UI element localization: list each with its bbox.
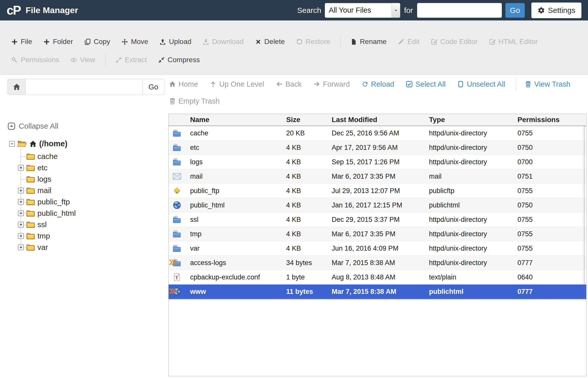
collapse-all-button[interactable]: Collapse All <box>8 122 168 130</box>
expand-toggle-icon[interactable]: + <box>18 210 24 216</box>
file-row-mail[interactable]: mail4 KBMar 6, 2017 3:35 PMmail0751 <box>169 169 586 184</box>
nav-back[interactable]: Back <box>276 80 302 88</box>
toolbar-button-folder[interactable]: Folder <box>43 38 73 46</box>
tree-item-var[interactable]: +var <box>8 242 168 253</box>
expand-toggle-icon[interactable]: + <box>18 244 24 250</box>
file-icon-cell <box>169 129 190 137</box>
expand-toggle-icon[interactable]: + <box>18 165 24 171</box>
tree-item-public-ftp[interactable]: +public_ftp <box>8 196 168 207</box>
toolbar-button-extract: Extract <box>115 56 147 64</box>
folder-blue-icon <box>173 244 181 252</box>
upload-icon <box>159 38 166 45</box>
mail-icon <box>173 172 181 180</box>
search-input[interactable] <box>417 3 502 18</box>
file-row-www[interactable]: www11 bytesMar 7, 2015 8:38 AMpublichtml… <box>169 285 586 299</box>
toolbar-button-move[interactable]: Move <box>121 38 148 46</box>
nav-home[interactable]: Home <box>169 80 198 88</box>
toolbar-button-file[interactable]: File <box>11 38 32 46</box>
file-name: mail <box>190 173 286 180</box>
reload-icon <box>361 81 369 88</box>
column-header-size[interactable]: Size <box>286 116 332 124</box>
expand-toggle-icon[interactable]: + <box>18 187 24 193</box>
toolbar: FileFolderCopyMoveUploadDownloadDeleteRe… <box>0 20 588 75</box>
file-row-ssl[interactable]: ssl4 KBDec 29, 2015 3:37 PMhttpd/unix-di… <box>169 212 586 227</box>
tree-item-ssl[interactable]: +ssl <box>8 219 168 230</box>
caret-down-icon <box>392 3 400 18</box>
file-row-public-html[interactable]: public_html4 KBJan 16, 2017 12:15 PMpubl… <box>169 198 586 212</box>
file-row-tmp[interactable]: tmp4 KBMar 6, 2017 3:35 PMhttpd/unix-dir… <box>169 227 586 241</box>
tree-item-public-html[interactable]: +public_html <box>8 207 168 219</box>
tree-children: cache+etclogs+mail+public_ftp+public_htm… <box>8 151 168 253</box>
tree-item-tmp[interactable]: +tmp <box>8 230 168 242</box>
tree-item-mail[interactable]: +mail <box>8 185 168 196</box>
toolbar-button-label: View <box>80 56 95 64</box>
nav-unselect-all[interactable]: Unselect All <box>457 80 505 88</box>
file-size: 4 KB <box>286 230 332 238</box>
search-scope-select[interactable]: All Your Files <box>325 3 400 18</box>
tree-item-logs[interactable]: logs <box>8 173 168 185</box>
toolbar-button-delete[interactable]: Delete <box>255 38 285 46</box>
tree-root-home[interactable]: − (/home) <box>8 137 168 150</box>
tree-item-label: tmp <box>37 232 50 240</box>
folder-icon <box>26 244 35 251</box>
toolbar-button-compress[interactable]: Compress <box>158 56 200 64</box>
directory-tree-sidebar: Collapse All − (/home) cache+etclogs+mai… <box>0 114 168 253</box>
file-name: etc <box>190 144 286 152</box>
file-row-cpbackup-exclude-conf[interactable]: Tcpbackup-exclude.conf1 byteAug 8, 2013 … <box>169 270 586 285</box>
tree-item-label: ssl <box>37 220 47 229</box>
file-permissions: 0750 <box>517 201 586 209</box>
file-name: public_html <box>190 201 286 209</box>
path-home-button[interactable] <box>8 79 26 95</box>
path-go-button[interactable]: Go <box>142 79 164 95</box>
collapse-toggle-icon[interactable]: − <box>9 141 15 147</box>
directory-tree: − (/home) cache+etclogs+mail+public_ftp+… <box>8 137 168 253</box>
toolbar-button-label: Download <box>212 38 244 46</box>
file-row-var[interactable]: var4 KBJun 16, 2016 4:09 PMhttpd/unix-di… <box>169 241 586 256</box>
tree-item-label: public_html <box>37 209 76 218</box>
column-header-name[interactable]: Name <box>190 116 286 124</box>
column-header-type[interactable]: Type <box>429 116 517 124</box>
toolbar-button-rename[interactable]: Rename <box>350 38 387 46</box>
toolbar-button-html-editor: HTML Editor <box>489 38 538 46</box>
file-last-modified: Aug 8, 2013 8:48 AM <box>332 273 429 281</box>
nav-forward[interactable]: Forward <box>313 80 350 88</box>
file-size: 4 KB <box>286 173 332 180</box>
svg-text:T: T <box>175 275 178 280</box>
file-permissions: 0777 <box>517 288 586 296</box>
expand-toggle-icon[interactable]: + <box>18 199 24 205</box>
expand-toggle-icon[interactable]: + <box>18 222 24 227</box>
nav-view-trash[interactable]: View Trash <box>525 80 570 88</box>
tree-item-label: cache <box>37 152 58 161</box>
globe-icon <box>173 201 181 209</box>
toolbar-button-label: Delete <box>264 38 285 46</box>
toolbar-button-copy[interactable]: Copy <box>84 38 110 46</box>
file-permissions: 0755 <box>517 129 586 137</box>
file-last-modified: Mar 7, 2015 8:38 AM <box>332 288 429 296</box>
nav-reload[interactable]: Reload <box>361 80 394 88</box>
toolbar-button-download: Download <box>202 38 244 46</box>
file-row-logs[interactable]: logs4 KBSep 15, 2017 1:26 PMhttpd/unix-d… <box>169 155 586 169</box>
nav-empty-trash[interactable]: Empty Trash <box>169 97 220 105</box>
toolbar-button-label: Upload <box>169 38 191 46</box>
settings-button[interactable]: Settings <box>531 3 581 18</box>
column-header-last-modified[interactable]: Last Modified <box>332 116 429 124</box>
path-input[interactable] <box>26 79 142 95</box>
file-type: httpd/unix-directory <box>429 129 517 137</box>
expand-toggle-icon[interactable]: + <box>18 233 24 239</box>
nav-up-one-level[interactable]: Up One Level <box>210 80 264 88</box>
nav-select-all[interactable]: Select All <box>406 80 445 88</box>
toolbar-button-upload[interactable]: Upload <box>159 38 191 46</box>
file-row-cache[interactable]: cache20 KBDec 25, 2016 9:56 AMhttpd/unix… <box>169 126 586 140</box>
copy-icon <box>84 38 91 45</box>
tree-item-etc[interactable]: +etc <box>8 162 168 173</box>
file-row-access-logs[interactable]: access-logs34 bytesMar 7, 2015 8:38 AMht… <box>169 256 586 270</box>
search-go-button[interactable]: Go <box>505 3 525 18</box>
toolbar-button-label: Permissions <box>21 56 59 64</box>
file-icon-cell <box>169 259 190 267</box>
file-row-public-ftp[interactable]: public_ftp4 KBJul 29, 2013 12:07 PMpubli… <box>169 184 586 198</box>
file-last-modified: Mar 6, 2017 3:35 PM <box>332 173 429 180</box>
tree-item-cache[interactable]: cache <box>8 151 168 162</box>
file-row-etc[interactable]: etc4 KBApr 17, 2017 9:56 AMhttpd/unix-di… <box>169 140 586 155</box>
column-header-permissions[interactable]: Permissions <box>517 116 586 124</box>
folder-icon <box>26 221 35 228</box>
